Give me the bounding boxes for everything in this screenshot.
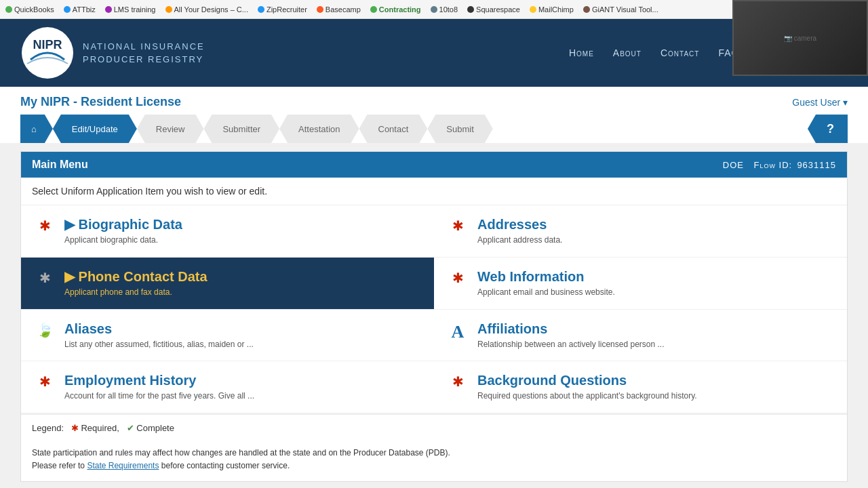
wizard-home[interactable]: ⌂	[20, 115, 53, 143]
logo-sub1: National Insurance	[83, 40, 205, 54]
help-label: ?	[827, 122, 834, 136]
menu-grid: ✱ ▶ Biographic Data Applicant biographic…	[21, 205, 847, 414]
biographic-required-icon: ✱	[35, 218, 55, 234]
menu-item-background[interactable]: ✱ Background Questions Required question…	[434, 361, 847, 413]
employment-title: Employment History	[64, 372, 420, 388]
addresses-title: Addresses	[477, 216, 833, 232]
wizard-step-submitter[interactable]: Submitter	[203, 115, 279, 143]
required-label: Required,	[81, 423, 119, 433]
background-title: Background Questions	[477, 372, 833, 388]
addresses-required-icon: ✱	[448, 218, 468, 234]
phone-title: ▶ Phone Contact Data	[64, 268, 420, 285]
web-required-icon: ✱	[448, 270, 468, 286]
legend-section: Legend: ✱ Required, ✔ Complete	[21, 414, 847, 441]
breadcrumb-area: My NIPR - Resident License Guest User ▾	[0, 87, 868, 115]
guest-user-dropdown[interactable]: Guest User ▾	[792, 97, 848, 108]
wizard-step-submit[interactable]: Submit	[427, 115, 492, 143]
biographic-content: ▶ Biographic Data Applicant biographic d…	[64, 216, 420, 246]
biographic-title: ▶ Biographic Data	[64, 216, 420, 232]
phone-content: ▶ Phone Contact Data Applicant phone and…	[64, 268, 420, 298]
wizard-step-contact-label: Contact	[378, 124, 409, 134]
aliases-title: Aliases	[64, 321, 420, 337]
breadcrumb-title: My NIPR - Resident License	[20, 95, 181, 109]
bookmark-lms[interactable]: LMS training	[105, 5, 156, 14]
flow-id: 9631115	[797, 160, 836, 170]
aliases-content: Aliases List any other assumed, fictitio…	[64, 321, 420, 350]
wizard-steps: ⌂ Edit/Update Review Submitter Attestati…	[0, 115, 868, 143]
menu-item-aliases[interactable]: 🍃 Aliases List any other assumed, fictit…	[21, 310, 434, 362]
bookmark-giant[interactable]: GiANT Visual Tool...	[583, 5, 658, 14]
main-menu-header: Main Menu DOE Flow ID: 9631115	[21, 152, 847, 178]
menu-item-phone[interactable]: ✱ ▶ Phone Contact Data Applicant phone a…	[21, 258, 434, 310]
complete-check-icon: ✔	[127, 423, 134, 433]
doe-label: DOE	[723, 160, 744, 170]
logo-sub2: Producer Registry	[83, 53, 205, 66]
menu-item-addresses[interactable]: ✱ Addresses Applicant address data.	[434, 205, 847, 258]
complete-label: Complete	[136, 423, 174, 433]
addresses-content: Addresses Applicant address data.	[477, 216, 833, 246]
wizard-step-edit-label: Edit/Update	[72, 124, 118, 134]
web-title: Web Information	[477, 268, 833, 285]
wizard-step-contact[interactable]: Contact	[359, 115, 428, 143]
nipr-logo-icon: NIPR	[20, 26, 75, 80]
employment-desc: Account for all time for the past five y…	[64, 390, 420, 402]
wizard-step-edit[interactable]: Edit/Update	[53, 115, 137, 143]
phone-desc: Applicant phone and fax data.	[64, 287, 420, 298]
state-requirements-link[interactable]: State Requirements	[87, 461, 159, 470]
bookmark-ziprecruiter[interactable]: ZipRecruiter	[258, 5, 307, 14]
nav-about[interactable]: About	[613, 47, 642, 58]
affiliations-a-icon: A	[448, 322, 468, 342]
footer-note1: State participation and rules may affect…	[32, 447, 836, 460]
logo-area: NIPR National Insurance Producer Registr…	[20, 26, 205, 80]
main-menu-section: Main Menu DOE Flow ID: 9631115 Select Un…	[20, 151, 848, 482]
video-overlay: 📷 camera	[732, 0, 868, 76]
bookmark-attbiz[interactable]: ATTbiz	[64, 5, 96, 14]
aliases-leaf-icon: 🍃	[35, 322, 55, 338]
web-content: Web Information Applicant email and busi…	[477, 268, 833, 298]
home-icon: ⌂	[31, 124, 37, 134]
employment-content: Employment History Account for all time …	[64, 372, 420, 402]
menu-item-employment[interactable]: ✱ Employment History Account for all tim…	[21, 361, 434, 413]
employment-required-icon: ✱	[35, 373, 55, 390]
main-menu-title: Main Menu	[32, 159, 88, 171]
affiliations-content: Affiliations Relationship between an act…	[477, 321, 833, 350]
bookmark-quickbooks[interactable]: QuickBooks	[5, 5, 54, 14]
video-feed: 📷 camera	[734, 1, 867, 75]
bookmark-contracting[interactable]: Contracting	[370, 5, 421, 14]
nav-contact[interactable]: Contact	[660, 47, 699, 58]
flow-label: Flow ID:	[753, 160, 792, 170]
bookmark-squarespace[interactable]: Squarespace	[467, 5, 520, 14]
bookmark-designs[interactable]: All Your Designs – C...	[165, 5, 248, 14]
background-required-icon: ✱	[448, 373, 468, 390]
menu-item-web[interactable]: ✱ Web Information Applicant email and bu…	[434, 258, 847, 310]
wizard-step-submitter-label: Submitter	[222, 124, 260, 134]
background-content: Background Questions Required questions …	[477, 372, 833, 402]
flow-info: DOE Flow ID: 9631115	[723, 160, 836, 170]
footer-note: State participation and rules may affect…	[21, 441, 847, 481]
wizard-step-attestation[interactable]: Attestation	[279, 115, 359, 143]
legend-prefix: Legend:	[32, 423, 64, 433]
background-desc: Required questions about the applicant's…	[477, 390, 833, 402]
web-desc: Applicant email and business website.	[477, 287, 833, 298]
nav-home[interactable]: Home	[569, 47, 594, 58]
bookmark-10to8[interactable]: 10to8	[431, 5, 458, 14]
affiliations-desc: Relationship between an actively license…	[477, 339, 833, 350]
footer-note2: Please refer to State Requirements befor…	[32, 460, 836, 472]
wizard-step-submit-label: Submit	[446, 124, 473, 134]
addresses-desc: Applicant address data.	[477, 235, 833, 246]
required-star-icon: ✱	[71, 423, 79, 433]
phone-required-icon: ✱	[35, 270, 55, 286]
bookmark-mailchimp[interactable]: MailChimp	[530, 5, 574, 14]
menu-item-affiliations[interactable]: A Affiliations Relationship between an a…	[434, 310, 847, 362]
logo-text: National Insurance Producer Registry	[83, 40, 205, 66]
bookmark-basecamp[interactable]: Basecamp	[317, 5, 361, 14]
svg-text:NIPR: NIPR	[33, 38, 62, 52]
wizard-step-review[interactable]: Review	[137, 115, 204, 143]
biographic-desc: Applicant biographic data.	[64, 235, 420, 246]
affiliations-title: Affiliations	[477, 321, 833, 337]
wizard-help[interactable]: ?	[808, 115, 848, 143]
menu-instruction: Select Uniform Application Item you wish…	[21, 178, 847, 205]
menu-item-biographic[interactable]: ✱ ▶ Biographic Data Applicant biographic…	[21, 205, 434, 258]
wizard-step-attestation-label: Attestation	[298, 124, 340, 134]
wizard-step-review-label: Review	[156, 124, 185, 134]
